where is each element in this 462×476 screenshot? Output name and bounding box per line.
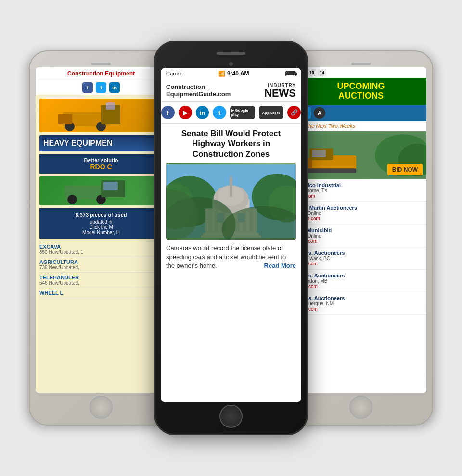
model-cta: Model Number, H [43,230,159,235]
svg-point-7 [67,195,77,204]
phone-screen-right: 12 13 14 UPCOMINGAUCTIONS t A for the N [295,67,426,393]
auction-link-3[interactable]: tion.com [299,261,423,266]
article-image [166,163,296,240]
search-count: 8,373 pieces of used [43,212,159,218]
phone-center: Carrier 📶 9:40 AM Construction [154,41,308,435]
status-bar: Carrier 📶 9:40 AM [161,68,301,79]
left-social-bar: f t in [36,80,167,95]
left-li-icon[interactable]: in [109,82,120,93]
li-icon[interactable]: in [196,106,209,119]
share-icon[interactable]: 🔗 [287,106,301,119]
phone-screen-left: Construction Equipment f t in [36,67,167,393]
yt-icon[interactable]: ▶ [179,106,192,119]
auction-loc-5: lbuquerque, NM [299,301,423,306]
cat-count-2: 546 New/Updated, [39,280,163,286]
next-weeks-text: for the Next Two Weeks [295,121,426,131]
left-title: Construction Equipment [39,70,163,77]
rdo-name: RDO C [43,163,159,171]
phone-right: 12 13 14 UPCOMINGAUCTIONS t A for the N [289,50,433,426]
auction-list: : Hilco Industrial :: Rhome, TX nd.com n… [295,179,426,393]
home-button-center[interactable] [219,405,243,428]
deere-svg [63,178,140,204]
read-more-link[interactable]: Read More [264,262,296,271]
side-button-right-phone-right [432,128,433,152]
gp-icon[interactable]: ▶ Google play [230,106,255,119]
left-tw-icon[interactable]: t [96,82,106,93]
ceg-logo: Construction EquipmentGuide.com [166,84,231,98]
auction-link-1[interactable]: ction.com [299,216,423,221]
ios-icon[interactable]: App Store [259,106,284,119]
auction-link-5[interactable]: tion com [299,306,423,312]
left-fb-icon[interactable]: f [82,82,93,93]
ceg-news: NEWS [264,88,296,99]
list-item: Bros. Auctioneers lbuquerque, NM tion co… [295,292,426,315]
list-item: AGRICULTURA 739 New/Updated, [39,257,163,273]
cat-name-3: WHEEL L [39,290,163,296]
equip-image [39,99,163,132]
auction-link-0[interactable]: nd.com [299,193,423,199]
ceg-news-logo: INDUSTRY NEWS [264,83,296,99]
article-headline: Senate Bill Would Protect Highway Worker… [166,128,296,159]
heavy-equip-banner: HEAVY EQUIPMEN [39,135,163,151]
phone-screen-center: Carrier 📶 9:40 AM Construction [161,68,301,402]
speaker-center [217,52,245,55]
cat-count-1: 739 New/Updated, [39,265,163,270]
side-button-left [29,109,30,123]
auction-loc-0: :: Rhome, TX [299,188,423,193]
bid-now-button[interactable]: BID NOW [387,164,423,175]
cat-name-1: AGRICULTURA [39,259,163,265]
auction-co-2: y : Municibid [299,227,423,233]
article-section: Senate Bill Would Protect Highway Worker… [161,124,301,402]
search-cta: updated in [43,219,159,225]
cal-day-3: 14 [318,69,326,76]
tractor-svg [58,100,144,131]
wifi-icon: 📶 [218,71,225,77]
list-item: EXCAVA 850 New/Updated, 1 [39,242,163,257]
tw-icon[interactable]: t [213,106,226,119]
cat-name-2: TELEHANDLER [39,275,163,280]
svg-rect-26 [230,178,232,197]
cal-day-2: 13 [308,69,316,76]
fb-icon[interactable]: f [161,106,175,119]
list-item: n & Martin Auctioneers n :: Online ction… [295,202,426,225]
home-button-right[interactable] [349,396,372,419]
upcoming-title: UPCOMINGAUCTIONS [299,82,423,101]
carrier-text: Carrier [166,71,182,76]
svg-rect-3 [58,114,72,124]
list-item: : Hilco Industrial :: Rhome, TX nd.com [295,179,426,202]
list-item: Bros. Auctioneers Brandon, MB tion.com [295,270,426,292]
list-item: y : Municibid n :: Online ibid.com [295,225,426,247]
auction-co-4: Bros. Auctioneers [299,273,423,278]
phone-top-bar-center [155,42,307,57]
home-button-left[interactable] [90,396,113,419]
search-section: 8,373 pieces of used updated in Click th… [39,208,163,239]
calendar-row: 12 13 14 [295,67,426,78]
left-top-bar: Construction Equipment [36,67,167,80]
auction-loc-1: n :: Online [299,211,423,216]
right-app-icon[interactable]: A [314,107,325,119]
svg-rect-10 [103,182,118,190]
phone-top-bar-right [290,51,432,67]
heavy-equip-text: HEAVY EQUIPMEN [43,139,159,148]
auction-co-1: n & Martin Auctioneers [299,205,423,211]
rdo-banner: Better solutio RDO C [39,154,163,174]
article-text: Cameras would record the license plate o… [166,244,296,397]
phone-left: Construction Equipment f t in [29,50,173,426]
battery-icon [285,71,296,76]
auction-loc-4: Brandon, MB [299,278,423,284]
upcoming-banner: UPCOMINGAUCTIONS [295,78,426,105]
camera-center [229,62,233,66]
auction-link-2[interactable]: ibid.com [299,238,423,244]
capitol-svg [166,163,296,240]
auction-link-4[interactable]: tion.com [299,284,423,289]
ceg-header: Construction EquipmentGuide.com INDUSTRY… [161,79,301,102]
click-cta: Click the M [43,225,159,230]
cat-count-0: 850 New/Updated, 1 [39,250,163,255]
list-item: Bros. Auctioneers Chilliwack, BC tion.co… [295,247,426,270]
ceg-social-bar: f ▶ in t ▶ Google play App Store 🔗 [161,102,301,124]
speaker-left [91,63,111,65]
auction-loc-3: Chilliwack, BC [299,256,423,261]
time-display: 9:40 AM [227,70,249,77]
phone-top-bar-left [30,51,172,67]
left-yellow-section: HEAVY EQUIPMEN Better solutio RDO C [36,95,167,393]
